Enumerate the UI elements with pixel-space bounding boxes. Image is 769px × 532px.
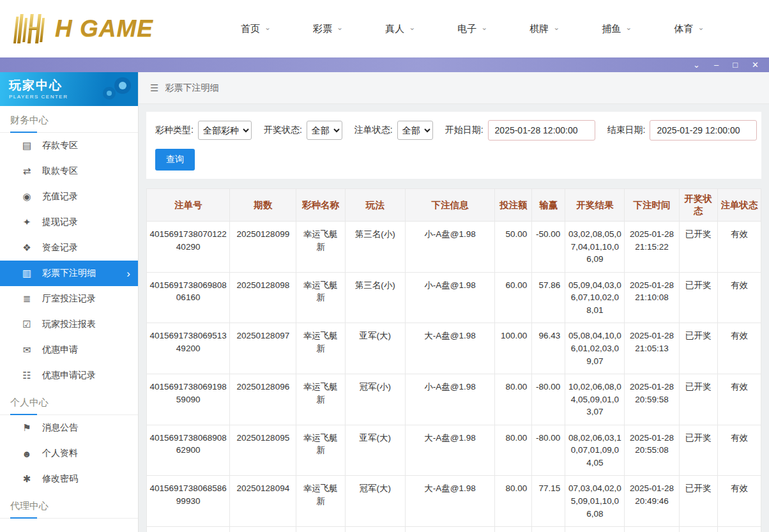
cell-period: 20250128099 [230, 222, 296, 273]
sidebar-item-label: 修改密码 [42, 473, 78, 485]
cell-bet-amount: 60.00 [495, 272, 532, 323]
sidebar-section-heading: 财务中心 [0, 106, 138, 133]
sidebar-item-label: 充值记录 [42, 191, 78, 202]
nav-item-live[interactable]: 真人⌄ [364, 17, 436, 42]
query-button[interactable]: 查询 [155, 149, 195, 171]
sidebar-item-label: 资金记录 [42, 242, 78, 254]
filter-panel: 彩种类型: 全部彩种 开奖状态: 全部 注单状态: 全部 开始日期: 结束日期: [146, 112, 761, 179]
order-status-label: 注单状态: [354, 125, 393, 136]
nav-item-slots[interactable]: 电子⌄ [436, 17, 508, 42]
end-date-input[interactable] [650, 120, 757, 141]
table-row: 40156917380685869993020250128094幸运飞艇新冠军(… [147, 476, 761, 527]
draw-status-select[interactable]: 全部 [307, 121, 342, 140]
cell-order-status: 有效 [717, 527, 761, 532]
cell-draw-status: 已开奖 [679, 272, 717, 323]
cell-draw-status: 已开奖 [679, 374, 717, 425]
table-row: 40156917380695134920020250128097幸运飞艇新亚军(… [147, 323, 761, 374]
cell-period: 20250128093 [230, 527, 296, 532]
cell-win-loss: 77.15 [532, 476, 565, 527]
nav-item-sports[interactable]: 体育⌄ [653, 17, 725, 42]
cell-bet-time: 2025-01-28 20:45:01 [625, 527, 679, 532]
column-header-order-status: 注单状态 [717, 189, 761, 222]
close-icon[interactable]: ✕ [752, 61, 759, 69]
sidebar-item-lottery-bet-detail[interactable]: ▥彩票下注明细› [0, 261, 138, 286]
sidebar-item-change-password[interactable]: ✱修改密码 [0, 466, 138, 492]
column-header-draw-status: 开奖状态 [679, 189, 717, 222]
cell-bet-amount: 80.00 [495, 425, 532, 476]
lottery-type-select[interactable]: 全部彩种 [198, 121, 252, 140]
chevron-down-icon: ⌄ [625, 24, 632, 31]
cell-bet-time: 2025-01-28 21:05:13 [625, 323, 679, 374]
chevron-right-icon: › [126, 268, 130, 279]
column-header-win-loss: 输赢 [532, 189, 565, 222]
sidebar-item-announcements[interactable]: ⚑消息公告 [0, 415, 138, 441]
sidebar-item-label: 取款专区 [42, 165, 78, 177]
cell-bet-time: 2025-01-28 20:55:08 [625, 425, 679, 476]
sidebar-item-promo-apply[interactable]: ✉优惠申请 [0, 337, 138, 363]
cell-order-no: 401569173807012240290 [147, 222, 230, 273]
column-header-period: 期数 [230, 189, 296, 222]
cell-bet-time: 2025-01-28 20:59:58 [625, 374, 679, 425]
sidebar-item-withdraw-zone[interactable]: ⇄取款专区 [0, 158, 138, 184]
cell-order-no: 401569173806980806160 [147, 272, 230, 323]
chevron-down-icon: ⌄ [264, 24, 271, 31]
filter-row: 彩种类型: 全部彩种 开奖状态: 全部 注单状态: 全部 开始日期: 结束日期: [155, 120, 752, 141]
chevron-down-icon: ⌄ [409, 24, 415, 31]
app-window: H GAME 首页⌄彩票⌄真人⌄电子⌄棋牌⌄捕鱼⌄体育⌄ ⌄ – □ ✕ 玩家中… [0, 0, 769, 532]
sidebar-item-profile[interactable]: ☻个人资料 [0, 441, 138, 466]
cell-bet-info: 大-A盘@1.98 [405, 323, 494, 374]
sidebar-item-recharge-record[interactable]: ◉充值记录 [0, 184, 138, 209]
maximize-icon[interactable]: □ [733, 61, 738, 69]
column-header-bet-time: 下注时间 [625, 189, 679, 222]
sidebar-menu: 财务中心▤存款专区⇄取款专区◉充值记录✦提现记录❖资金记录▥彩票下注明细›≣厅室… [0, 106, 138, 519]
order-status-select[interactable]: 全部 [397, 121, 433, 140]
menu-icon[interactable]: ☰ [150, 82, 158, 94]
cell-lottery-name: 幸运飞艇新 [296, 222, 345, 273]
cell-lottery-name: 幸运飞艇新 [296, 272, 345, 323]
cell-order-status: 有效 [717, 222, 761, 273]
sidebar-item-funds-record[interactable]: ❖资金记录 [0, 235, 138, 261]
sidebar-item-deposit-zone[interactable]: ▤存款专区 [0, 133, 138, 158]
nav-item-fishing[interactable]: 捕鱼⌄ [581, 17, 653, 42]
cell-lottery-name: 幸运飞艇新 [296, 527, 345, 532]
nav-item-home[interactable]: 首页⌄ [220, 17, 292, 42]
column-header-bet-amount: 投注额 [495, 189, 532, 222]
sidebar-item-label: 厅室投注记录 [42, 293, 96, 305]
nav-item-label: 捕鱼 [602, 23, 621, 35]
start-date-input[interactable] [488, 120, 595, 141]
cell-bet-info: 大-A盘@1.98 [405, 527, 494, 532]
window-titlebar: ⌄ – □ ✕ [0, 57, 769, 72]
nav-item-lottery[interactable]: 彩票⌄ [292, 17, 364, 42]
breadcrumb: ☰ 彩票下注明细 [139, 72, 769, 104]
nav-item-cards[interactable]: 棋牌⌄ [508, 17, 581, 42]
sidebar-item-withdrawal-record[interactable]: ✦提现记录 [0, 209, 138, 235]
gamepad-icon [100, 75, 134, 102]
logo[interactable]: H GAME [11, 13, 203, 45]
chevron-down-icon: ⌄ [481, 24, 487, 31]
cell-order-no: 401569173806830170930 [147, 527, 230, 532]
top-header: H GAME 首页⌄彩票⌄真人⌄电子⌄棋牌⌄捕鱼⌄体育⌄ [0, 0, 769, 57]
sidebar-item-label: 消息公告 [42, 422, 78, 434]
sidebar-item-player-bet-report[interactable]: ☑玩家投注报表 [0, 312, 138, 337]
cell-order-no: 401569173806951349200 [147, 323, 230, 374]
promo-apply-icon: ✉ [21, 344, 33, 356]
cell-win-loss: -80.00 [532, 374, 565, 425]
lottery-bet-detail-icon: ▥ [21, 268, 33, 279]
cell-order-status: 有效 [717, 425, 761, 476]
cell-play: 冠军(大) [345, 476, 405, 527]
cell-bet-amount: 80.00 [495, 374, 532, 425]
cell-bet-info: 小-A盘@1.98 [405, 222, 494, 273]
hall-bet-record-icon: ≣ [21, 293, 33, 305]
cell-draw-result: 07,03,04,02,05,09,01,10,06,08 [565, 476, 625, 527]
cell-order-no: 401569173806919859090 [147, 374, 230, 425]
minimize-icon[interactable]: – [714, 61, 719, 69]
cell-bet-amount: 80.00 [495, 527, 532, 532]
table-row: 40156917380698080616020250128098幸运飞艇新第三名… [147, 272, 761, 323]
cell-period: 20250128098 [230, 272, 296, 323]
cell-lottery-name: 幸运飞艇新 [296, 476, 345, 527]
cell-bet-amount: 50.00 [495, 222, 532, 273]
window-dropdown-icon[interactable]: ⌄ [693, 61, 700, 69]
sidebar-item-hall-bet-record[interactable]: ≣厅室投注记录 [0, 286, 138, 312]
chevron-down-icon: ⌄ [337, 24, 343, 31]
sidebar-item-promo-apply-record[interactable]: ☷优惠申请记录 [0, 363, 138, 388]
